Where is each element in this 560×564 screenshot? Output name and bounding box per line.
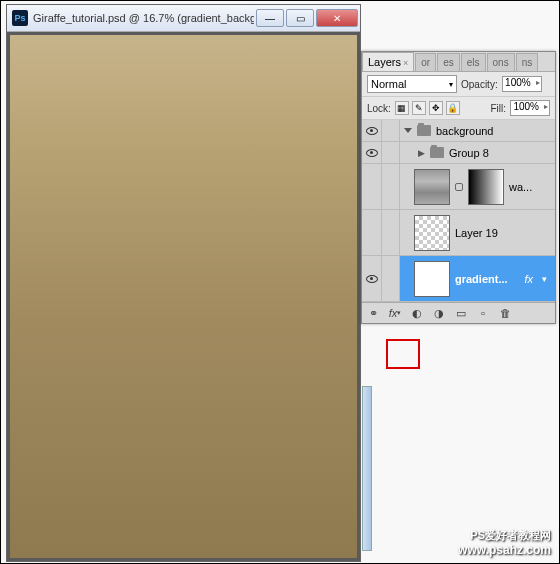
adjustment-icon[interactable]: ◑ [431, 306, 447, 320]
fill-label: Fill: [490, 103, 506, 114]
lock-all-icon[interactable]: 🔒 [446, 101, 460, 115]
fx-expand-icon[interactable]: ▾ [542, 274, 547, 284]
eye-icon [366, 127, 378, 135]
panel-tabs: Layers× or es els ons ns [362, 52, 555, 72]
expand-arrow-icon[interactable]: ▶ [418, 148, 425, 158]
link-col [382, 164, 400, 209]
eye-icon [366, 275, 378, 283]
scrollbar[interactable] [362, 386, 372, 551]
link-col [382, 120, 400, 141]
layers-panel: Layers× or es els ons ns Normal ▾ Opacit… [361, 51, 556, 324]
watermark-line2: www.psahz.com [458, 543, 551, 557]
layer-wa[interactable]: wa... [362, 164, 555, 210]
watermark-line1: PS爱好者教程网 [458, 528, 551, 543]
layer-name: gradient... [455, 273, 508, 285]
tab-4[interactable]: els [461, 53, 486, 71]
blend-opacity-row: Normal ▾ Opacity: 100% [362, 72, 555, 97]
group-icon[interactable]: ▭ [453, 306, 469, 320]
layer-19[interactable]: Layer 19 [362, 210, 555, 256]
layer-group-8[interactable]: ▶ Group 8 [362, 142, 555, 164]
dropdown-icon: ▾ [449, 80, 453, 89]
opacity-input[interactable]: 100% [502, 76, 542, 92]
minimize-button[interactable]: — [256, 9, 284, 27]
link-layers-icon[interactable]: ⚭ [365, 306, 381, 320]
layer-name: Group 8 [449, 147, 489, 159]
layer-group-background[interactable]: background [362, 120, 555, 142]
eye-icon [366, 149, 378, 157]
layer-thumbnail[interactable] [414, 169, 450, 205]
tab-5[interactable]: ons [487, 53, 515, 71]
blend-mode-select[interactable]: Normal ▾ [367, 75, 457, 93]
tab-2[interactable]: or [415, 53, 436, 71]
layer-name: wa... [509, 181, 532, 193]
photoshop-icon: Ps [12, 10, 28, 26]
lock-position-icon[interactable]: ✥ [429, 101, 443, 115]
visibility-toggle[interactable] [362, 142, 382, 163]
link-col [382, 210, 400, 255]
panel-footer: ⚭ fx▾ ◐ ◑ ▭ ▫ 🗑 [362, 302, 555, 323]
lock-icons: ▦ ✎ ✥ 🔒 [395, 101, 460, 115]
new-layer-icon[interactable]: ▫ [475, 306, 491, 320]
folder-icon [430, 147, 444, 158]
lock-label: Lock: [367, 103, 391, 114]
window-title: Giraffe_tutorial.psd @ 16.7% (gradient_b… [33, 12, 254, 24]
layer-gradient-selected[interactable]: gradient... fx ▾ [362, 256, 555, 302]
window-controls: — ▭ ✕ [254, 9, 358, 27]
blend-mode-value: Normal [371, 78, 406, 90]
visibility-toggle[interactable] [362, 164, 382, 209]
mask-icon[interactable]: ◐ [409, 306, 425, 320]
close-button[interactable]: ✕ [316, 9, 358, 27]
trash-icon[interactable]: 🗑 [497, 306, 513, 320]
visibility-toggle[interactable] [362, 210, 382, 255]
expand-arrow-icon[interactable] [404, 128, 412, 133]
visibility-toggle[interactable] [362, 256, 382, 301]
tab-3[interactable]: es [437, 53, 460, 71]
fx-icon[interactable]: fx▾ [387, 306, 403, 320]
maximize-button[interactable]: ▭ [286, 9, 314, 27]
tab-6[interactable]: ns [516, 53, 539, 71]
opacity-label: Opacity: [461, 79, 498, 90]
lock-fill-row: Lock: ▦ ✎ ✥ 🔒 Fill: 100% [362, 97, 555, 120]
layer-thumbnail[interactable] [414, 261, 450, 297]
mask-link-icon[interactable] [455, 183, 463, 191]
fx-badge[interactable]: fx [524, 273, 533, 285]
lock-pixels-icon[interactable]: ✎ [412, 101, 426, 115]
watermark: PS爱好者教程网 www.psahz.com [458, 528, 551, 557]
link-col [382, 142, 400, 163]
folder-icon [417, 125, 431, 136]
layer-list: background ▶ Group 8 wa... [362, 120, 555, 302]
canvas-area [7, 32, 360, 561]
tab-layers[interactable]: Layers× [362, 52, 414, 71]
mask-thumbnail[interactable] [468, 169, 504, 205]
visibility-toggle[interactable] [362, 120, 382, 141]
lock-transparency-icon[interactable]: ▦ [395, 101, 409, 115]
canvas[interactable] [10, 35, 357, 558]
tab-close-icon[interactable]: × [403, 58, 408, 68]
highlight-annotation [386, 339, 420, 369]
fill-input[interactable]: 100% [510, 100, 550, 116]
layer-thumbnail[interactable] [414, 215, 450, 251]
layer-name: Layer 19 [455, 227, 498, 239]
layer-name: background [436, 125, 494, 137]
document-window: Ps Giraffe_tutorial.psd @ 16.7% (gradien… [6, 4, 361, 562]
titlebar[interactable]: Ps Giraffe_tutorial.psd @ 16.7% (gradien… [7, 5, 360, 32]
link-col [382, 256, 400, 301]
